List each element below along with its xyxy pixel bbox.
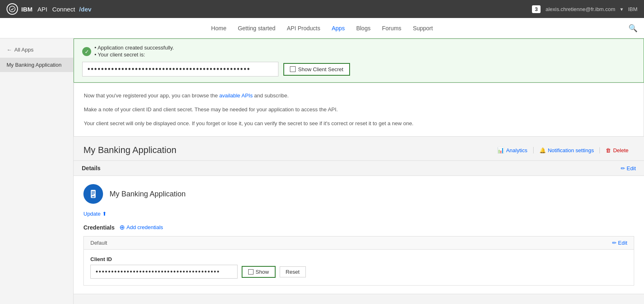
success-msg1: Application created successfully. xyxy=(97,45,174,51)
analytics-icon: 📊 xyxy=(497,147,504,153)
add-credentials-label: Add credentials xyxy=(126,224,163,230)
info-line3: Your client secret will only be displaye… xyxy=(84,119,634,128)
app-header: My Banking Application 📊 Analytics 🔔 Not… xyxy=(74,137,644,160)
nav-blogs[interactable]: Blogs xyxy=(356,25,370,32)
nav-apps[interactable]: Apps xyxy=(332,25,345,32)
upload-icon: ⬆ xyxy=(102,211,107,217)
update-label: Update xyxy=(83,211,101,217)
info-line1-after: and subscribe. xyxy=(253,92,289,99)
default-label: Default xyxy=(90,240,107,246)
sidebar-item-my-banking-app[interactable]: My Banking Application xyxy=(0,58,73,72)
top-bar-right: 3 alexis.chretienne@fr.ibm.com ▾ IBM xyxy=(532,5,637,13)
app-icon-row: My Banking Application xyxy=(83,184,634,204)
notification-badge[interactable]: 3 xyxy=(532,5,541,13)
app-title: My Banking Application xyxy=(83,145,176,155)
credentials-edit-label: Edit xyxy=(618,240,627,246)
user-email[interactable]: alexis.chretienne@fr.ibm.com xyxy=(545,6,615,12)
credentials-title: Credentials xyxy=(83,224,114,231)
sidebar-back-label: All Apps xyxy=(14,47,34,53)
app-name-label: My Banking Application xyxy=(110,190,186,198)
logo-icon xyxy=(7,3,18,15)
show-secret-label: Show Client Secret xyxy=(298,66,343,72)
nav-api-products[interactable]: API Products xyxy=(287,25,321,32)
app-actions: 📊 Analytics 🔔 Notification settings 🗑 De… xyxy=(491,147,634,153)
info-line1: Now that you've registered your app, you… xyxy=(84,91,634,100)
show-checkbox-icon xyxy=(248,269,254,275)
logo: IBM API Connect /dev xyxy=(7,3,92,15)
client-id-dots-display: •••••••••••••••••••••••••••••••••••••••• xyxy=(90,265,238,279)
pencil-icon-2: ✏ xyxy=(612,240,617,246)
svg-rect-5 xyxy=(92,194,94,195)
svg-rect-4 xyxy=(92,193,95,194)
main-nav: Home Getting started API Products Apps B… xyxy=(0,18,644,38)
nav-links: Home Getting started API Products Apps B… xyxy=(0,25,644,32)
add-credentials-link[interactable]: ⊕ Add credentials xyxy=(119,223,163,231)
delete-label: Delete xyxy=(613,147,628,153)
sidebar: ← All Apps My Banking Application xyxy=(0,38,74,304)
notification-settings-link[interactable]: 🔔 Notification settings xyxy=(534,147,600,153)
delete-icon: 🗑 xyxy=(606,147,611,153)
update-link[interactable]: Update ⬆ xyxy=(83,211,107,217)
success-check-icon: ✓ xyxy=(82,47,91,56)
analytics-link[interactable]: 📊 Analytics xyxy=(491,147,534,153)
app-icon xyxy=(83,184,103,204)
show-client-id-button[interactable]: Show xyxy=(242,266,276,278)
logo-ibm: IBM xyxy=(21,6,33,13)
update-row: Update ⬆ xyxy=(83,210,634,217)
info-box: Now that you've registered your app, you… xyxy=(74,83,644,137)
details-title: Details xyxy=(82,165,101,171)
secret-dots-display: ••••••••••••••••••••••••••••••••••••••••… xyxy=(82,62,278,77)
credentials-edit-link[interactable]: ✏ Edit xyxy=(612,240,627,246)
plus-icon: ⊕ xyxy=(119,223,125,231)
details-body: My Banking Application Update ⬆ Credenti… xyxy=(74,176,644,294)
nav-home[interactable]: Home xyxy=(211,25,226,32)
nav-support[interactable]: Support xyxy=(413,25,433,32)
pencil-icon: ✏ xyxy=(621,165,625,171)
delete-link[interactable]: 🗑 Delete xyxy=(600,147,634,153)
svg-rect-3 xyxy=(92,191,95,192)
available-apis-link[interactable]: available APIs xyxy=(219,92,253,99)
search-button[interactable]: 🔍 xyxy=(628,24,637,33)
show-label: Show xyxy=(256,269,269,275)
back-arrow-icon: ← xyxy=(7,47,12,53)
logo-connect: Connect xyxy=(52,6,75,13)
success-banner: ✓ • Application created successfully. • … xyxy=(74,38,644,83)
notification-settings-label: Notification settings xyxy=(548,147,594,153)
info-line2: Make a note of your client ID and client… xyxy=(84,105,634,114)
details-section: Details ✏ Edit xyxy=(74,160,644,294)
logo-dev: /dev xyxy=(79,6,92,13)
top-bar: IBM API Connect /dev 3 alexis.chretienne… xyxy=(0,0,644,18)
sidebar-back-link[interactable]: ← All Apps xyxy=(0,42,73,58)
reset-client-id-button[interactable]: Reset xyxy=(280,266,306,277)
credentials-box-body: Client ID ••••••••••••••••••••••••••••••… xyxy=(84,250,634,285)
bell-icon: 🔔 xyxy=(539,147,546,153)
client-id-label: Client ID xyxy=(90,256,627,262)
show-client-secret-button[interactable]: Show Client Secret xyxy=(283,63,350,76)
credentials-box: Default ✏ Edit Client ID •••••••••••••••… xyxy=(83,236,634,286)
client-id-row: ••••••••••••••••••••••••••••••••••••••••… xyxy=(90,265,627,279)
info-line1-before: Now that you've registered your app, you… xyxy=(84,92,219,99)
dropdown-icon: ▾ xyxy=(620,6,623,12)
success-messages: • Application created successfully. • Yo… xyxy=(94,45,174,59)
details-edit-link[interactable]: ✏ Edit xyxy=(621,165,636,171)
logo-api: API xyxy=(38,6,47,13)
svg-rect-2 xyxy=(92,196,94,197)
ibm-label: IBM xyxy=(628,6,637,12)
nav-getting-started[interactable]: Getting started xyxy=(238,25,276,32)
credentials-box-header: Default ✏ Edit xyxy=(84,236,634,250)
layout: ← All Apps My Banking Application ✓ • Ap… xyxy=(0,38,644,304)
main-content: ✓ • Application created successfully. • … xyxy=(74,38,644,304)
credentials-header: Credentials ⊕ Add credentials xyxy=(83,223,634,231)
checkbox-icon xyxy=(290,66,296,72)
svg-point-0 xyxy=(9,6,15,12)
analytics-label: Analytics xyxy=(506,147,527,153)
edit-label: Edit xyxy=(627,165,636,171)
details-header: Details ✏ Edit xyxy=(74,161,644,176)
success-header: ✓ • Application created successfully. • … xyxy=(82,45,635,59)
success-msg2: Your client secret is: xyxy=(98,52,145,58)
nav-forums[interactable]: Forums xyxy=(382,25,401,32)
secret-row: ••••••••••••••••••••••••••••••••••••••••… xyxy=(82,62,635,77)
